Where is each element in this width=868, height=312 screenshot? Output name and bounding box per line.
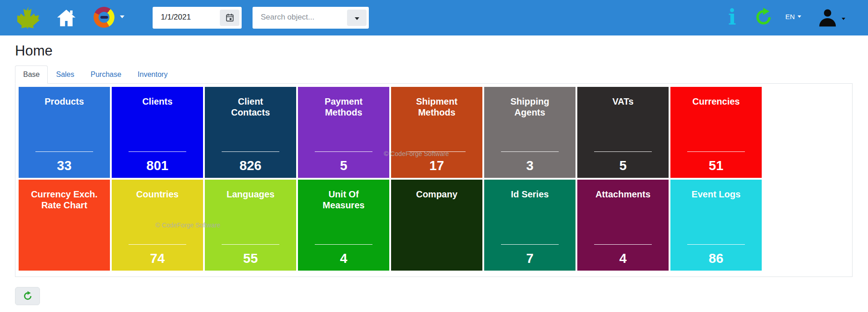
tile-count: 5 [298, 158, 389, 173]
tile-divider [687, 151, 745, 152]
tile-label: Currencies [670, 87, 762, 107]
tile-shipping-agents[interactable]: Shipping Agents 3 [484, 87, 575, 178]
tile-count: 4 [577, 251, 669, 266]
tab-base[interactable]: Base [15, 65, 48, 84]
tile-divider [129, 151, 186, 152]
tab-bar: BaseSalesPurchaseInventory [15, 65, 868, 83]
tile-count: 826 [205, 158, 296, 173]
tile-attachments[interactable]: Attachments 4 [577, 180, 669, 271]
user-icon [817, 7, 838, 28]
search-input[interactable] [253, 7, 343, 28]
tile-label: Currency Exch. Rate Chart [19, 180, 110, 211]
tile-clients[interactable]: Clients 801 [112, 87, 203, 178]
tile-countries[interactable]: Countries 74 [112, 180, 203, 271]
tile-currencies[interactable]: Currencies 51 [670, 87, 762, 178]
tile-count: 5 [577, 158, 669, 173]
tile-label: Clients [112, 87, 203, 107]
refresh-icon [23, 291, 33, 301]
search-dropdown-button[interactable] [347, 10, 367, 26]
tile-label: Languages [205, 180, 296, 200]
tile-label: Countries [112, 180, 203, 200]
tile-currency-exch-rate-chart[interactable]: Currency Exch. Rate Chart [19, 180, 110, 271]
tile-label: Attachments [577, 180, 669, 200]
tile-event-logs[interactable]: Event Logs 86 [670, 180, 762, 271]
tile-count: 7 [484, 251, 575, 266]
tile-payment-methods[interactable]: Payment Methods 5 [298, 87, 389, 178]
chevron-down-icon [798, 15, 801, 18]
tile-label: Shipping Agents [484, 87, 575, 118]
tile-unit-of-measures[interactable]: Unit Of Measures 4 [298, 180, 389, 271]
donut-hole [99, 12, 109, 23]
chevron-down-icon [355, 17, 359, 20]
tile-count: 74 [112, 251, 203, 266]
tile-divider [594, 151, 652, 152]
tile-count: 4 [298, 251, 389, 266]
tile-divider [222, 151, 279, 152]
tile-divider [315, 151, 372, 152]
page-title: Home [15, 43, 868, 59]
tile-count: 17 [391, 158, 482, 173]
tile-count: 55 [205, 251, 296, 266]
calendar-button[interactable] [220, 10, 239, 26]
chevron-down-icon [842, 18, 845, 20]
tile-divider [594, 244, 652, 245]
tile-client-contacts[interactable]: Client Contacts 826 [205, 87, 296, 178]
maple-leaf-logo-icon[interactable] [17, 6, 40, 29]
tile-vats[interactable]: VATs 5 [577, 87, 669, 178]
tab-inventory[interactable]: Inventory [129, 65, 176, 84]
refresh-icon[interactable] [754, 8, 773, 27]
language-label: EN [785, 13, 795, 20]
tile-grid: Products 33 Clients 801 Client Contacts … [19, 87, 764, 271]
tile-label: Client Contacts [205, 87, 296, 118]
app-header: i EN [0, 0, 868, 35]
donut-chart-menu-icon[interactable] [94, 7, 114, 28]
home-icon[interactable] [56, 9, 76, 27]
refresh-tiles-button[interactable] [15, 287, 40, 305]
date-picker-group [153, 7, 242, 29]
date-input[interactable] [153, 7, 216, 28]
tile-count: 33 [19, 158, 110, 173]
tile-divider [129, 244, 186, 245]
tile-divider [222, 244, 279, 245]
tile-count: 51 [670, 158, 762, 173]
search-object-group [253, 7, 369, 29]
tile-languages[interactable]: Languages 55 [205, 180, 296, 271]
tile-count: 3 [484, 158, 575, 173]
donut-center-label [100, 16, 108, 19]
donut-menu-caret-icon[interactable] [120, 15, 124, 18]
tile-products[interactable]: Products 33 [19, 87, 110, 178]
tile-shipment-methods[interactable]: Shipment Methods 17 [391, 87, 482, 178]
tile-divider [501, 244, 559, 245]
user-menu[interactable] [817, 7, 849, 28]
tile-divider [315, 244, 372, 245]
tile-divider [687, 244, 745, 245]
tile-label: Unit Of Measures [298, 180, 389, 211]
tile-label: Payment Methods [298, 87, 389, 118]
tab-sales[interactable]: Sales [48, 65, 82, 84]
tile-label: Shipment Methods [391, 87, 482, 118]
calendar-icon [225, 13, 235, 23]
tile-count: 86 [670, 251, 762, 266]
tab-panel: Products 33 Clients 801 Client Contacts … [15, 83, 853, 277]
language-dropdown[interactable]: EN [785, 13, 801, 20]
tile-label: Company [391, 180, 482, 200]
tile-divider [408, 151, 466, 152]
tile-divider [35, 151, 93, 152]
tile-label: Event Logs [670, 180, 762, 200]
tile-label: VATs [577, 87, 669, 107]
tile-count: 801 [112, 158, 203, 173]
tab-purchase[interactable]: Purchase [83, 65, 130, 84]
tile-label: Products [19, 87, 110, 107]
info-icon[interactable]: i [726, 6, 739, 29]
main-content: Home BaseSalesPurchaseInventory Products… [0, 43, 868, 305]
tile-id-series[interactable]: Id Series 7 [484, 180, 575, 271]
tile-company[interactable]: Company [391, 180, 482, 271]
tile-divider [501, 151, 559, 152]
tile-label: Id Series [484, 180, 575, 200]
